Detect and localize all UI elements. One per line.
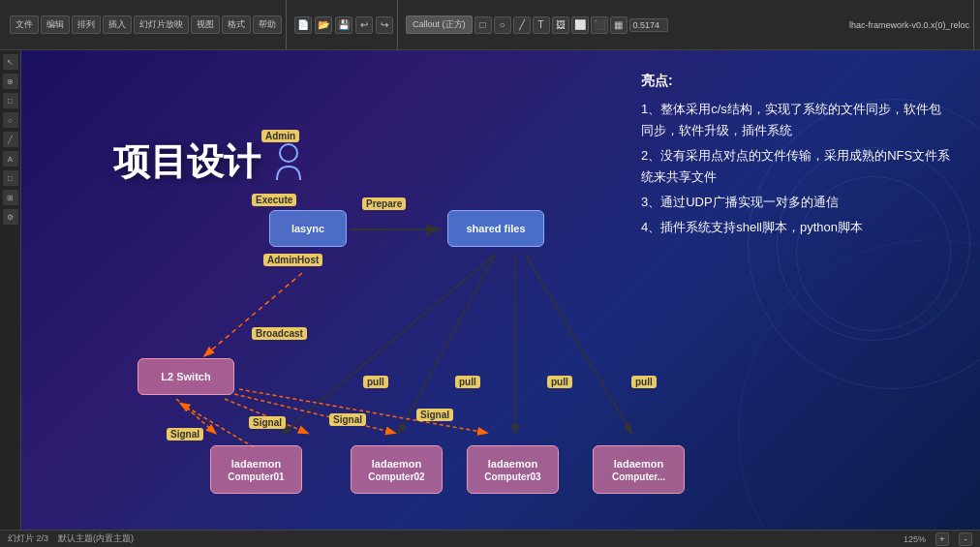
- svg-line-5: [205, 273, 302, 355]
- svg-line-2: [399, 254, 496, 433]
- undo-icon[interactable]: ↩: [355, 16, 373, 34]
- zoom-out-btn[interactable]: -: [959, 532, 972, 546]
- svg-point-11: [280, 144, 297, 162]
- menu-arrange[interactable]: 排列: [72, 15, 101, 34]
- right-panel: 亮点: 1、整体采用c/s结构，实现了系统的文件同步，软件包同步，软件升级，插件…: [641, 70, 951, 242]
- shared-files-node[interactable]: shared files: [447, 210, 544, 247]
- menu-help[interactable]: 格式: [222, 15, 251, 34]
- line-tool[interactable]: ╱: [513, 16, 531, 34]
- menu-slideshow[interactable]: 幻灯片放映: [134, 15, 189, 34]
- group-sidebar[interactable]: ⊞: [3, 190, 18, 205]
- menu-edit[interactable]: 编辑: [41, 15, 70, 34]
- open-icon[interactable]: 📂: [315, 16, 332, 34]
- switch-node[interactable]: L2 Switch: [138, 358, 234, 395]
- computer2-name: Computer02: [368, 471, 424, 482]
- admin-label: Admin: [261, 130, 299, 142]
- theme-info: 默认主题(内置主题): [58, 532, 134, 545]
- align-left[interactable]: ⬜: [571, 16, 589, 34]
- callout-label: Callout (正方): [406, 15, 473, 34]
- broadcast-label: Broadcast: [252, 327, 307, 340]
- computer-node-4[interactable]: ladaemon Computer...: [593, 445, 685, 494]
- lasync-node[interactable]: lasync: [269, 210, 347, 247]
- menu-format[interactable]: 视图: [191, 15, 220, 34]
- image-sidebar[interactable]: □: [3, 170, 18, 186]
- prepare-label: Prepare: [362, 198, 406, 210]
- menu-extra[interactable]: 帮助: [253, 15, 282, 34]
- pull-label-4: pull: [631, 376, 657, 388]
- computer1-daemon: ladaemon: [231, 458, 281, 470]
- rect-tool[interactable]: □: [475, 16, 492, 34]
- align-center[interactable]: ⬛: [591, 16, 608, 34]
- computer1-name: Computer01: [228, 471, 284, 482]
- computer4-name: Computer...: [612, 471, 665, 482]
- settings-sidebar[interactable]: ⚙: [3, 209, 18, 225]
- line-sidebar[interactable]: ╱: [3, 132, 18, 147]
- rect-sidebar[interactable]: □: [3, 93, 18, 108]
- pull-label-1: pull: [363, 376, 388, 388]
- highlight-item-1: 1、整体采用c/s结构，实现了系统的文件同步，软件包同步，软件升级，插件系统: [641, 99, 951, 141]
- save-icon[interactable]: 💾: [335, 16, 352, 34]
- pointer-tool[interactable]: ↖: [3, 54, 18, 70]
- window-title: lhac-framework-v0.0.x(0)_reloc: [849, 20, 969, 30]
- highlight-item-2: 2、没有采用点对点的文件传输，采用成熟的NFS文件系统来共享文件: [641, 145, 951, 188]
- svg-line-10: [181, 404, 254, 447]
- toolbar: 文件 编辑 排列 插入 幻灯片放映 视图 格式 帮助 📄 📂 💾 ↩ ↪ Cal…: [0, 0, 980, 50]
- zoom-tool[interactable]: ⊕: [3, 74, 18, 89]
- zoom-value[interactable]: 0.5174: [629, 18, 668, 32]
- computer3-daemon: ladaemon: [488, 458, 537, 470]
- highlight-item-3: 3、通过UDP广播实现一对多的通信: [641, 192, 951, 213]
- svg-line-1: [283, 254, 496, 433]
- toolbar-file-ops: 📄 📂 💾 ↩ ↪: [291, 0, 398, 49]
- circle-sidebar[interactable]: ○: [3, 112, 18, 128]
- computer4-daemon: ladaemon: [614, 458, 663, 470]
- execute-label: Execute: [252, 194, 296, 206]
- pull-label-3: pull: [547, 376, 572, 388]
- menu-insert[interactable]: 插入: [103, 15, 132, 34]
- status-bar: 幻灯片 2/3 默认主题(内置主题) 125% + -: [0, 530, 980, 547]
- signal-label-4: Signal: [416, 409, 453, 421]
- new-icon[interactable]: 📄: [294, 16, 312, 34]
- computer2-daemon: ladaemon: [372, 458, 421, 470]
- computer-node-3[interactable]: ladaemon Computer03: [467, 445, 559, 494]
- zoom-level: 125%: [903, 534, 926, 544]
- redo-icon[interactable]: ↪: [376, 16, 393, 34]
- highlights-title: 亮点:: [641, 70, 951, 93]
- signal-label-1: Signal: [167, 428, 203, 441]
- adminhost-label: AdminHost: [263, 254, 322, 266]
- text-tool[interactable]: T: [533, 16, 550, 34]
- svg-line-4: [525, 254, 631, 433]
- zoom-in-btn[interactable]: +: [935, 532, 949, 546]
- highlight-item-4: 4、插件系统支持shell脚本，python脚本: [641, 217, 951, 238]
- signal-label-2: Signal: [249, 416, 286, 429]
- slide-info: 幻灯片 2/3: [8, 532, 48, 545]
- image-tool[interactable]: 🖼: [552, 16, 569, 34]
- circle-tool[interactable]: ○: [494, 16, 511, 34]
- slide-title: 项目设计: [113, 137, 260, 187]
- pull-label-2: pull: [455, 376, 480, 388]
- toolbar-menu-group: 文件 编辑 排列 插入 幻灯片放映 视图 格式 帮助: [6, 0, 287, 49]
- admin-icon: [273, 143, 304, 186]
- left-sidebar: ↖ ⊕ □ ○ ╱ A □ ⊞ ⚙: [0, 50, 21, 530]
- menu-file[interactable]: 文件: [10, 15, 39, 34]
- computer-node-2[interactable]: ladaemon Computer02: [351, 445, 443, 494]
- computer-node-1[interactable]: ladaemon Computer01: [210, 445, 302, 494]
- toolbar-shape-group: Callout (正方) □ ○ ╱ T 🖼 ⬜ ⬛ ▦ 0.5174 lhac…: [402, 0, 974, 49]
- canvas-area[interactable]: 项目设计 Admin Execute lasync Prepare shared…: [21, 50, 980, 530]
- computer3-name: Computer03: [484, 471, 540, 482]
- text-sidebar[interactable]: A: [3, 151, 18, 167]
- signal-label-3: Signal: [329, 413, 366, 426]
- switch-label: L2 Switch: [161, 371, 210, 382]
- align-right[interactable]: ▦: [610, 16, 628, 34]
